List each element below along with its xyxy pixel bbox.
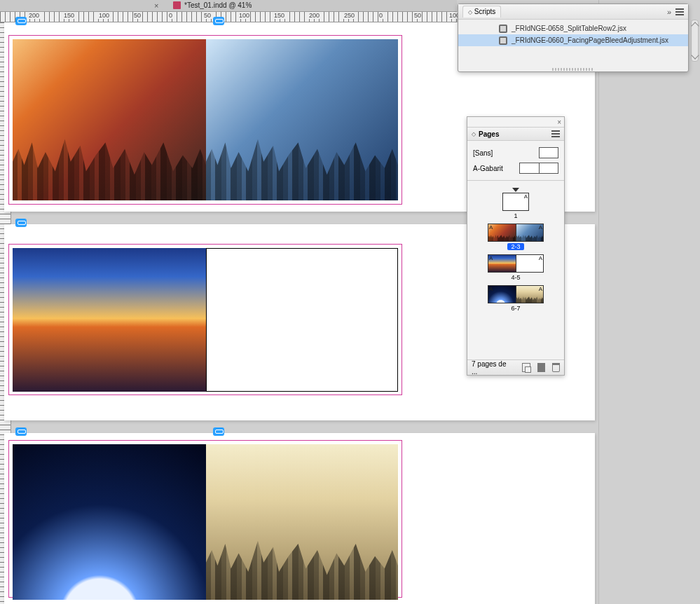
placed-image-right[interactable] [206,444,398,600]
dock-scroll-buttons[interactable] [691,20,699,62]
page-number-label: 6-7 [511,305,520,312]
ruler-tick: 200 [308,12,320,19]
master-row[interactable]: [Sans] [473,145,558,160]
collapse-panel-button[interactable]: » [667,8,671,16]
master-thumb[interactable] [519,163,558,174]
link-icon [213,427,224,436]
page-thumb[interactable]: AA2-3 [488,224,544,250]
pages-panel-footer: 7 pages de ... [467,359,564,375]
empty-frame-right[interactable] [206,248,398,392]
new-page-button[interactable] [522,363,530,372]
script-row[interactable]: _FRIdNGE-0658_SplitTableRow2.jsx [458,22,688,34]
scripts-tab-label: Scripts [474,8,496,15]
document-title: *Test_01.indd @ 41% [184,1,252,9]
document-tab-bar: × *Test_01.indd @ 41% [0,0,457,11]
ruler-tick: 100 [238,12,250,19]
placed-image-left[interactable] [13,444,206,600]
horizontal-ruler[interactable]: 2001501005005010015020025005010015020025… [0,11,457,22]
document-canvas[interactable] [11,22,457,604]
placed-image-left[interactable] [13,39,206,200]
ruler-tick: 0 [378,12,383,19]
link-icon [15,17,27,25]
master-pages-section[interactable]: [Sans]A-Gabarit [467,141,564,181]
scripts-tab[interactable]: ◇ Scripts [462,6,501,18]
master-label: [Sans] [473,149,493,157]
link-icon [213,17,224,25]
page-thumbnails-section[interactable]: A1AA2-3AA4-5AA6-7 [467,181,564,316]
pages-panel-header[interactable]: ◇ Pages [467,127,564,141]
scripts-list[interactable]: _FRIdNGE-0658_SplitTableRow2.jsx_FRIdNGE… [458,20,688,49]
ruler-tick: 50 [413,12,422,19]
page-options-button[interactable] [537,363,546,372]
page-thumb[interactable]: AA4-5 [488,254,544,281]
panel-resize-grip[interactable] [552,68,594,71]
pages-panel[interactable]: × ◇ Pages [Sans]A-Gabarit A1AA2-3AA4-5AA… [467,116,565,376]
page-thumbnail[interactable]: AA [488,224,544,242]
start-marker-icon [512,188,519,192]
indesign-doc-icon [173,1,181,9]
right-dock [598,0,700,604]
delete-page-button[interactable] [552,363,560,372]
master-row[interactable]: A-Gabarit [473,160,558,176]
ruler-tick: 50 [203,12,212,19]
page-spread-6-7[interactable] [4,433,595,604]
master-thumb[interactable] [539,147,558,158]
master-label: A-Gabarit [473,165,503,172]
ruler-tick: 100 [98,12,110,19]
placed-image-right[interactable] [206,39,398,200]
link-icon [15,427,27,436]
scripts-panel[interactable]: ◇ Scripts » _FRIdNGE-0658_SplitTableRow2… [458,4,689,72]
ruler-tick: 50 [133,12,142,19]
ruler-tick: 0 [168,12,173,19]
scripts-panel-header[interactable]: ◇ Scripts » [458,4,688,20]
page-thumbnail[interactable]: A [502,193,529,211]
pages-tab-label: Pages [479,130,499,138]
panel-menu-icon[interactable] [551,130,560,137]
page-thumb[interactable]: A1 [502,188,529,219]
ruler-tick: 250 [343,12,355,19]
ruler-tick: 200 [28,12,40,19]
ruler-tick: 150 [63,12,75,19]
close-document-button[interactable]: × [154,1,158,10]
pages-count-label: 7 pages de ... [472,360,508,376]
panel-drag-icon: ◇ [472,131,476,137]
link-icon [15,219,27,227]
script-file-icon [499,36,507,45]
panel-menu-icon[interactable] [675,8,684,15]
page-number-label: 4-5 [511,274,520,281]
script-name: _FRIdNGE-0660_FacingPageBleedAdjustment.… [512,36,668,44]
script-name: _FRIdNGE-0658_SplitTableRow2.jsx [512,25,626,32]
page-thumbnail[interactable]: AA [488,254,544,273]
page-thumb[interactable]: AA6-7 [488,285,544,312]
ruler-tick: 150 [273,12,285,19]
page-number-label: 2-3 [507,243,523,250]
script-row[interactable]: _FRIdNGE-0660_FacingPageBleedAdjustment.… [458,34,688,46]
placed-image-left[interactable] [13,248,206,392]
close-panel-button[interactable]: × [557,118,561,126]
page-thumbnail[interactable]: AA [488,285,544,303]
page-number-label: 1 [514,212,517,219]
script-file-icon [499,25,507,33]
